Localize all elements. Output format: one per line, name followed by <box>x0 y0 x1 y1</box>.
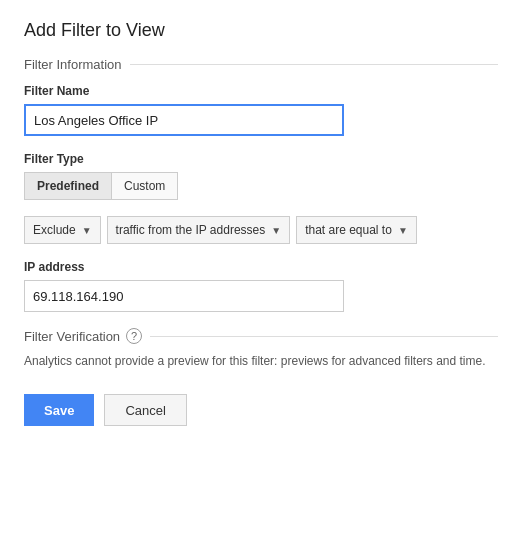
filter-verification-header: Filter Verification ? <box>24 328 498 344</box>
verification-divider <box>150 336 498 337</box>
equal-to-label: that are equal to <box>305 223 392 237</box>
predefined-button[interactable]: Predefined <box>24 172 111 200</box>
ip-address-group: IP address <box>24 260 498 312</box>
filter-information-label: Filter Information <box>24 57 122 72</box>
traffic-dropdown[interactable]: traffic from the IP addresses ▼ <box>107 216 291 244</box>
exclude-dropdown-arrow: ▼ <box>82 225 92 236</box>
ip-address-input[interactable] <box>24 280 344 312</box>
verification-description: Analytics cannot provide a preview for t… <box>24 352 498 370</box>
custom-button[interactable]: Custom <box>111 172 178 200</box>
ip-address-label: IP address <box>24 260 498 274</box>
filter-information-header: Filter Information <box>24 57 498 72</box>
filter-verification-section: Filter Verification ? Analytics cannot p… <box>24 328 498 370</box>
filter-name-group: Filter Name <box>24 84 498 136</box>
filter-criteria-row: Exclude ▼ traffic from the IP addresses … <box>24 216 498 244</box>
filter-type-label: Filter Type <box>24 152 498 166</box>
traffic-dropdown-arrow: ▼ <box>271 225 281 236</box>
filter-type-toggle: Predefined Custom <box>24 172 498 200</box>
page-title: Add Filter to View <box>24 20 498 41</box>
filter-name-label: Filter Name <box>24 84 498 98</box>
equal-to-dropdown[interactable]: that are equal to ▼ <box>296 216 417 244</box>
section-divider <box>130 64 498 65</box>
equal-to-dropdown-arrow: ▼ <box>398 225 408 236</box>
filter-name-input[interactable] <box>24 104 344 136</box>
save-button[interactable]: Save <box>24 394 94 426</box>
traffic-label: traffic from the IP addresses <box>116 223 266 237</box>
exclude-dropdown[interactable]: Exclude ▼ <box>24 216 101 244</box>
filter-verification-label: Filter Verification <box>24 329 120 344</box>
filter-type-group: Filter Type Predefined Custom <box>24 152 498 200</box>
actions-row: Save Cancel <box>24 394 498 426</box>
exclude-label: Exclude <box>33 223 76 237</box>
cancel-button[interactable]: Cancel <box>104 394 186 426</box>
help-icon[interactable]: ? <box>126 328 142 344</box>
